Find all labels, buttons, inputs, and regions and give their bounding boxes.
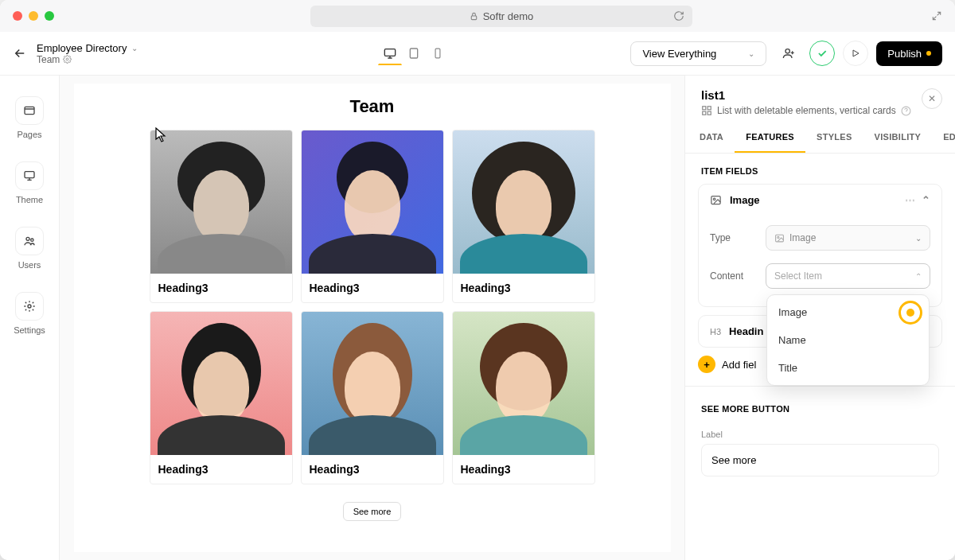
reload-icon[interactable] bbox=[673, 10, 684, 21]
sidebar-item-settings[interactable]: Settings bbox=[10, 284, 49, 343]
pages-icon bbox=[15, 96, 44, 125]
chevron-down-icon: ⌄ bbox=[915, 234, 922, 243]
svg-rect-6 bbox=[25, 107, 34, 114]
collapse-icon[interactable]: ⌃ bbox=[922, 194, 930, 206]
expand-icon[interactable] bbox=[931, 10, 942, 21]
content-label: Content bbox=[710, 270, 766, 282]
content-select[interactable]: Select Item ⌃ Image Name Title bbox=[766, 263, 930, 289]
svg-rect-13 bbox=[703, 111, 706, 115]
tab-visibility[interactable]: VISIBILITY bbox=[863, 122, 933, 153]
card-item[interactable]: Heading3 bbox=[301, 311, 444, 484]
card-item[interactable]: Heading3 bbox=[452, 130, 595, 303]
gear-icon bbox=[63, 55, 72, 64]
sidebar-item-users[interactable]: Users bbox=[10, 219, 49, 278]
dropdown-option-title[interactable]: Title bbox=[767, 354, 929, 382]
field-card-image: Image ⋯ ⌃ Type Image ⌄ bbox=[698, 184, 942, 307]
block-description: List with deletable elements, vertical c… bbox=[717, 105, 896, 116]
h3-icon: H3 bbox=[710, 327, 721, 336]
section-see-more: SEE MORE BUTTON bbox=[685, 391, 955, 422]
maximize-window-icon[interactable] bbox=[45, 11, 54, 21]
type-select[interactable]: Image ⌄ bbox=[766, 225, 930, 251]
tab-features[interactable]: FEATURES bbox=[735, 122, 805, 153]
field-title: Image bbox=[730, 194, 760, 206]
see-more-button[interactable]: See more bbox=[343, 502, 402, 521]
card-heading: Heading3 bbox=[150, 455, 292, 484]
svg-point-17 bbox=[713, 198, 715, 200]
svg-rect-12 bbox=[707, 107, 711, 110]
svg-point-19 bbox=[778, 236, 779, 238]
tab-edit[interactable]: EDIT bbox=[932, 122, 955, 153]
device-desktop-button[interactable] bbox=[378, 41, 402, 65]
theme-icon bbox=[15, 161, 44, 190]
device-tablet-button[interactable] bbox=[402, 41, 426, 65]
lock-icon bbox=[470, 12, 478, 21]
chevron-up-icon: ⌃ bbox=[915, 272, 922, 281]
view-mode-select[interactable]: View Everything ⌄ bbox=[630, 41, 766, 66]
highlight-ring-icon bbox=[898, 301, 922, 325]
plus-icon: + bbox=[698, 356, 715, 373]
card-heading: Heading3 bbox=[150, 274, 292, 302]
svg-point-5 bbox=[785, 49, 789, 53]
svg-point-10 bbox=[28, 305, 31, 308]
device-mobile-button[interactable] bbox=[426, 41, 450, 65]
close-window-icon[interactable] bbox=[13, 11, 22, 21]
block-name: list1 bbox=[701, 88, 939, 102]
more-icon[interactable]: ⋯ bbox=[905, 194, 915, 206]
dropdown-option-name[interactable]: Name bbox=[767, 326, 929, 354]
invite-user-button[interactable] bbox=[776, 41, 801, 66]
traffic-lights bbox=[13, 11, 54, 21]
minimize-window-icon[interactable] bbox=[29, 11, 38, 21]
svg-rect-4 bbox=[435, 49, 440, 58]
card-heading: Heading3 bbox=[302, 455, 443, 484]
right-properties-panel: list1 List with deletable elements, vert… bbox=[684, 76, 955, 560]
image-icon bbox=[710, 194, 722, 206]
publish-button[interactable]: Publish bbox=[876, 41, 942, 66]
tab-data[interactable]: DATA bbox=[688, 122, 735, 153]
card-heading: Heading3 bbox=[453, 274, 594, 302]
block-title: Team bbox=[74, 84, 671, 130]
chevron-down-icon: ⌄ bbox=[131, 44, 138, 52]
field-title: Headin bbox=[729, 325, 763, 337]
dropdown-option-image[interactable]: Image bbox=[767, 298, 929, 326]
project-name[interactable]: Employee Directory ⌄ bbox=[37, 42, 138, 54]
svg-rect-3 bbox=[411, 49, 418, 58]
card-item[interactable]: Heading3 bbox=[150, 311, 293, 484]
svg-rect-7 bbox=[25, 172, 34, 178]
card-item[interactable]: Heading3 bbox=[301, 130, 444, 303]
back-button[interactable] bbox=[13, 46, 27, 60]
browser-url-bar[interactable]: Softr demo bbox=[310, 6, 693, 27]
svg-rect-11 bbox=[703, 107, 706, 110]
publish-indicator-dot bbox=[926, 51, 931, 56]
sidebar-item-theme[interactable]: Theme bbox=[10, 154, 49, 212]
svg-rect-2 bbox=[385, 49, 396, 56]
card-item[interactable]: Heading3 bbox=[452, 311, 595, 484]
image-icon bbox=[774, 233, 785, 243]
sidebar-item-pages[interactable]: Pages bbox=[10, 88, 49, 147]
svg-rect-14 bbox=[707, 111, 711, 115]
card-item[interactable]: Heading3 bbox=[150, 130, 293, 303]
svg-point-1 bbox=[66, 58, 68, 60]
status-check-icon[interactable] bbox=[809, 41, 835, 66]
grid-icon bbox=[701, 105, 712, 116]
type-label: Type bbox=[710, 232, 766, 243]
window-titlebar: Softr demo bbox=[0, 0, 955, 32]
content-dropdown: Image Name Title bbox=[766, 294, 930, 386]
label-caption: Label bbox=[701, 430, 939, 439]
card-heading: Heading3 bbox=[302, 274, 443, 302]
current-page-name[interactable]: Team bbox=[37, 54, 138, 65]
svg-point-9 bbox=[31, 239, 33, 241]
tab-styles[interactable]: STYLES bbox=[805, 122, 863, 153]
users-icon bbox=[15, 227, 44, 255]
canvas-area[interactable]: Team Heading3 Heading3 Heading3 Heading3… bbox=[60, 76, 684, 560]
close-panel-button[interactable]: ✕ bbox=[922, 88, 942, 109]
help-icon[interactable] bbox=[901, 106, 911, 116]
left-sidebar: Pages Theme Users Settings bbox=[0, 76, 60, 560]
app-toolbar: Employee Directory ⌄ Team bbox=[0, 32, 955, 76]
svg-point-8 bbox=[26, 237, 29, 240]
card-heading: Heading3 bbox=[453, 455, 594, 484]
url-text: Softr demo bbox=[483, 10, 534, 22]
preview-button[interactable] bbox=[843, 41, 868, 66]
see-more-label-input[interactable]: See more bbox=[701, 444, 939, 476]
svg-rect-0 bbox=[471, 16, 476, 20]
panel-tabs: DATA FEATURES STYLES VISIBILITY EDIT bbox=[685, 122, 955, 154]
